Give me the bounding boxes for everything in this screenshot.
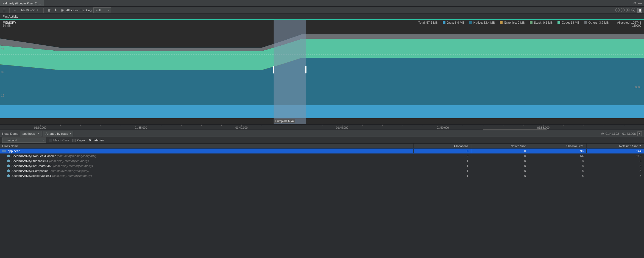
record-icon[interactable]: ◉	[60, 8, 65, 13]
arrange-select-value: Arrange by class	[46, 132, 68, 135]
zoom-reset-icon[interactable]: ⟳	[626, 8, 630, 12]
svg-rect-2	[273, 66, 274, 73]
table-row[interactable]: SecondActivity$Companion (com.delay.memo…	[0, 168, 644, 173]
chart-legend: Total: 57.6 MB Java: 8.9 MB Native: 32.4…	[418, 21, 641, 24]
chart-canvas[interactable]	[0, 20, 644, 124]
row-class-name: app heap	[8, 149, 20, 153]
chart-ymax: 64 MB	[3, 24, 16, 27]
sort-desc-icon: ▼	[639, 145, 641, 147]
col-native-size[interactable]: Native Size	[471, 144, 529, 148]
profiler-view-dropdown[interactable]: MEMORY ▼	[19, 7, 41, 13]
timeline-tick-label: 01:30.000	[34, 126, 46, 129]
search-icon: ⌕	[4, 139, 5, 142]
arrange-select[interactable]: Arrange by class	[43, 131, 73, 136]
row-shallow-size: 8	[529, 159, 586, 163]
heap-select-value: app heap	[23, 132, 35, 135]
class-icon	[7, 174, 10, 177]
row-allocations: 6	[413, 149, 471, 153]
heap-dump-icon[interactable]: ⬇	[53, 8, 58, 13]
row-allocations: 1	[413, 164, 471, 168]
heap-dump-label: Heap Dump	[2, 132, 18, 135]
match-count: 5 matches	[89, 139, 104, 142]
col-class-name[interactable]: Class Name	[0, 144, 413, 148]
sessions-icon[interactable]: ☰	[2, 8, 7, 13]
row-retained-size: 8	[586, 159, 644, 163]
regex-checkbox[interactable]: Regex	[72, 139, 85, 142]
row-class-name: SecondActivity$NonLeakHandler	[12, 154, 56, 158]
timeline[interactable]: 01:30.00001:35.00001:40.00001:45.00001:5…	[0, 124, 644, 130]
filter-icon[interactable]: ▼	[637, 131, 642, 136]
settings-icon[interactable]: ⚙	[633, 1, 637, 5]
tab-title: eakparty (Google Pixel_2_...	[3, 2, 41, 5]
legend-code: Code: 13 MB	[562, 21, 579, 24]
row-shallow-size: 96	[529, 149, 586, 153]
pause-button[interactable]	[637, 8, 642, 13]
clear-icon[interactable]: ×	[43, 139, 45, 142]
svg-rect-3	[305, 66, 306, 73]
table-row[interactable]: app heap 6 0 96 144	[0, 149, 644, 153]
row-class-name: SecondActivity$runnable$1	[12, 159, 48, 163]
row-allocations: 1	[413, 159, 471, 163]
row-native-size: 0	[471, 169, 529, 172]
chevron-down-icon: ▼	[36, 9, 38, 11]
row-shallow-size: 64	[529, 154, 586, 158]
timeline-tick-label: 01:40.000	[235, 126, 248, 129]
row-class-name: SecondActivity$onCreate$3$2	[12, 164, 52, 168]
heap-table: Class Name Allocations Native Size Shall…	[0, 144, 644, 178]
row-native-size: 0	[471, 174, 529, 177]
trash-icon[interactable]: 🗑	[46, 8, 51, 13]
table-row[interactable]: SecondActivity$NonLeakHandler (com.delay…	[0, 153, 644, 158]
row-class-name: SecondActivity$Companion	[12, 169, 49, 172]
row-package: (com.delay.memoryleakparty)	[57, 154, 96, 158]
search-input[interactable]: ⌕ second ×	[2, 138, 46, 143]
time-range: 01:41.602 – 01:43.206	[606, 132, 636, 135]
memory-chart[interactable]: MEMORY 64 MB Total: 57.6 MB Java: 8.9 MB…	[0, 20, 644, 124]
class-icon	[7, 164, 10, 167]
table-row[interactable]: SecondActivity$runnable$1 (com.delay.mem…	[0, 158, 644, 163]
legend-graphics: Graphics: 0 MB	[504, 21, 525, 24]
alloc-mode-select[interactable]: Full	[93, 7, 111, 13]
folder-icon	[2, 150, 6, 152]
match-case-checkbox[interactable]: Match Case	[49, 139, 69, 142]
regex-label: Regex	[77, 139, 85, 142]
heap-select[interactable]: app heap	[20, 131, 41, 136]
class-icon	[7, 169, 10, 172]
legend-allocated: Allocated: 102748	[617, 21, 641, 24]
zoom-out-icon[interactable]: −	[615, 8, 620, 12]
legend-others: Others: 3.2 MB	[589, 21, 609, 24]
zoom-in-icon[interactable]: +	[621, 8, 625, 12]
row-package: (com.delay.memoryleakparty)	[53, 164, 93, 168]
dump-badge: Dump (01.604)	[274, 119, 295, 123]
table-row[interactable]: SecondActivity$observable$1 (com.delay.m…	[0, 173, 644, 178]
profiler-toolbar: ☰ ← MEMORY ▼ 🗑 ⬇ ◉ Allocation Tracking F…	[0, 7, 644, 14]
row-native-size: 0	[471, 149, 529, 153]
col-retained-size[interactable]: Retained Size▼	[586, 144, 644, 148]
right-axis-top: 150000	[418, 24, 641, 27]
row-retained-size: 144	[586, 149, 644, 153]
row-allocations: 1	[413, 169, 471, 172]
back-icon[interactable]: ←	[12, 8, 17, 13]
minimize-icon[interactable]: —	[638, 1, 642, 5]
svg-rect-1	[274, 20, 306, 124]
right-axis-mid: 50000	[634, 86, 641, 89]
row-shallow-size: 8	[529, 174, 586, 177]
activity-breadcrumb: FirstActivity	[0, 14, 644, 20]
tab-bar: eakparty (Google Pixel_2_... ⚙ —	[0, 0, 644, 7]
legend-stack: Stack: 0.1 MB	[534, 21, 553, 24]
row-retained-size: 112	[586, 154, 644, 158]
col-allocations[interactable]: Allocations	[413, 144, 471, 148]
heap-search-row: ⌕ second × Match Case Regex 5 matches	[0, 137, 644, 144]
chart-title: MEMORY	[3, 21, 16, 24]
profiler-tab[interactable]: eakparty (Google Pixel_2_...	[0, 0, 44, 6]
row-shallow-size: 8	[529, 164, 586, 168]
match-case-label: Match Case	[53, 139, 69, 142]
row-native-size: 0	[471, 164, 529, 168]
table-header: Class Name Allocations Native Size Shall…	[0, 144, 644, 149]
table-row[interactable]: SecondActivity$onCreate$3$2 (com.delay.m…	[0, 163, 644, 168]
class-icon	[7, 155, 10, 157]
row-package: (com.delay.memoryleakparty)	[49, 159, 89, 163]
go-live-icon[interactable]: ➜	[631, 8, 635, 12]
row-retained-size: 8	[586, 164, 644, 168]
col-shallow-size[interactable]: Shallow Size	[529, 144, 586, 148]
row-shallow-size: 8	[529, 169, 586, 172]
